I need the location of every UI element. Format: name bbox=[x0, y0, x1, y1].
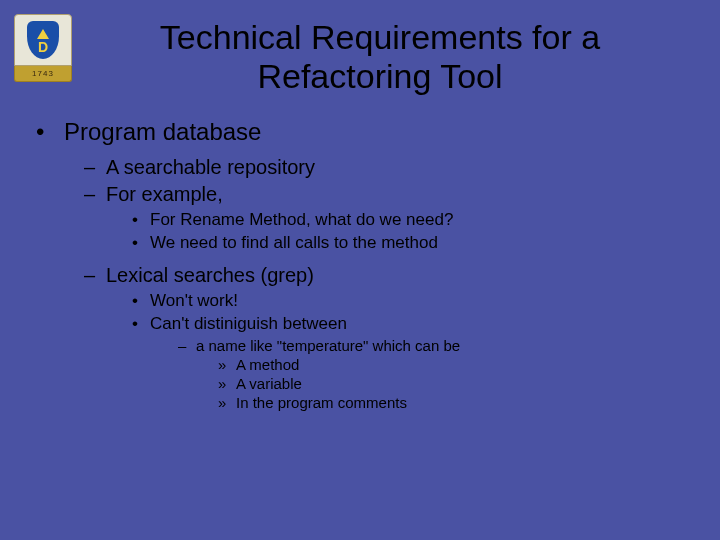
bullet-dash-icon: – bbox=[84, 183, 106, 206]
bullet-level2: –A searchable repository bbox=[84, 156, 720, 179]
bullet-dot-icon: • bbox=[132, 210, 150, 230]
bullet-level5: »A variable bbox=[218, 375, 720, 392]
bullet-level3: •For Rename Method, what do we need? bbox=[132, 210, 720, 230]
bullet-dot-icon: • bbox=[132, 233, 150, 253]
bullet-level3: •Can't distiniguish between bbox=[132, 314, 720, 334]
bullet-text: For example, bbox=[106, 183, 223, 205]
bullet-level2: –For example, bbox=[84, 183, 720, 206]
bullet-text: A searchable repository bbox=[106, 156, 315, 178]
bullet-level3: •We need to find all calls to the method bbox=[132, 233, 720, 253]
bullet-dot-icon: • bbox=[132, 314, 150, 334]
bullet-dash-icon: – bbox=[178, 337, 196, 354]
logo-year: 1743 bbox=[14, 66, 72, 82]
bullet-text: We need to find all calls to the method bbox=[150, 233, 438, 252]
bullet-dash-icon: – bbox=[84, 264, 106, 287]
bullet-raquo-icon: » bbox=[218, 356, 236, 373]
bullet-level2: –Lexical searches (grep) bbox=[84, 264, 720, 287]
bullet-raquo-icon: » bbox=[218, 394, 236, 411]
bullet-level5: »A method bbox=[218, 356, 720, 373]
bullet-text: For Rename Method, what do we need? bbox=[150, 210, 453, 229]
bullet-level5: »In the program comments bbox=[218, 394, 720, 411]
bullet-text: Program database bbox=[64, 118, 261, 145]
bullet-level3: •Won't work! bbox=[132, 291, 720, 311]
bullet-level4: –a name like "temperature" which can be bbox=[178, 337, 720, 354]
logo-shield: D bbox=[27, 21, 59, 59]
bullet-text: A method bbox=[236, 356, 299, 373]
slide-title: Technical Requirements for a Refactoring… bbox=[0, 0, 720, 96]
bullet-text: In the program comments bbox=[236, 394, 407, 411]
bullet-text: a name like "temperature" which can be bbox=[196, 337, 460, 354]
bullet-dot-icon: • bbox=[36, 118, 64, 146]
slide-body: •Program database –A searchable reposito… bbox=[0, 118, 720, 411]
bullet-raquo-icon: » bbox=[218, 375, 236, 392]
university-logo: D 1743 bbox=[14, 14, 72, 86]
bullet-level1: •Program database bbox=[36, 118, 720, 146]
bullet-text: Can't distiniguish between bbox=[150, 314, 347, 333]
bullet-dash-icon: – bbox=[84, 156, 106, 179]
bullet-text: Won't work! bbox=[150, 291, 238, 310]
bullet-text: Lexical searches (grep) bbox=[106, 264, 314, 286]
bullet-dot-icon: • bbox=[132, 291, 150, 311]
logo-crest: D bbox=[14, 14, 72, 66]
bullet-text: A variable bbox=[236, 375, 302, 392]
